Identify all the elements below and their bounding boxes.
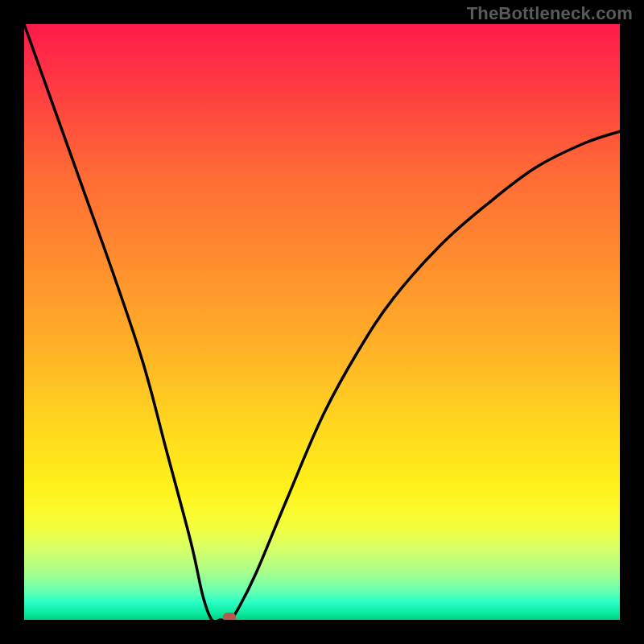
- minimum-marker: [223, 613, 236, 620]
- bottleneck-curve: [24, 24, 620, 620]
- watermark-text: TheBottleneck.com: [467, 3, 633, 24]
- plot-area: [24, 24, 620, 620]
- chart-frame: TheBottleneck.com: [0, 0, 644, 644]
- curve-svg: [24, 24, 620, 620]
